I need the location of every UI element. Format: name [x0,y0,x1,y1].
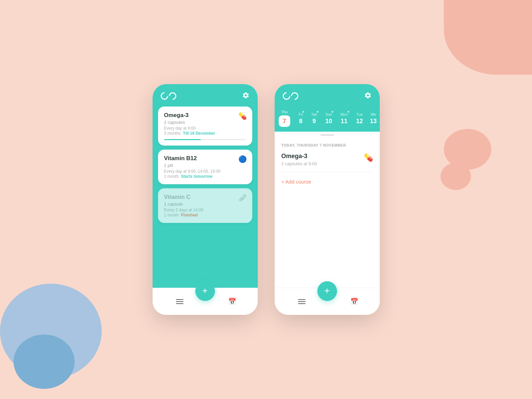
phone2-body: TODAY, THURSDAY 7 NOVEMBER Omega-3 2 cap… [275,132,380,288]
phone1-header [153,84,258,107]
cal-day-sun[interactable]: Sun 10 [322,112,335,125]
omega3-duration-detail: Till 19 December [183,131,215,136]
phone1-add-button[interactable]: + [195,281,215,301]
vitaminb12-duration-detail: Starts tomorrow [181,174,213,179]
scroll-bar [320,134,334,136]
cal-day-thu[interactable]: Thu 7 [276,110,293,127]
omega3-name: Omega-3 [164,112,246,119]
vitaminc-name: Vitamin C [164,194,246,201]
cal-day-fri-name: Fri [299,112,303,116]
phone1-bottom-nav: + 📅 [153,288,258,315]
today-med-detail: 2 capsules at 9:00 [281,161,317,166]
logo2-c-shape [281,91,292,101]
background-blob-bottom-left [0,284,102,379]
cal-dot-fri [302,111,304,113]
cal-day-sat-name: Sat [311,112,317,116]
plus-icon: + [202,286,208,296]
cal-day-wed-num: 13 [370,118,377,125]
vitaminb12-name: Vitamin B12 [164,155,246,162]
medication-card-vitaminb12[interactable]: 🔵 Vitamin B12 1 pill Every day at 9:00, … [158,150,252,184]
background-blob-top-right [444,0,532,75]
background-blob-bottom-left-2 [14,335,75,389]
phones-container: 💊 Omega-3 2 capsules Every day at 9:00 3… [153,84,380,315]
vitaminb12-schedule: Every day at 9:00, 14:00, 18:00 [164,169,246,174]
hamburger2-line1 [298,299,306,300]
phone-2: Thu 7 Fri 8 Sat 9 Sun 10 Mon 11 [275,84,380,315]
today-section: TODAY, THURSDAY 7 NOVEMBER Omega-3 2 cap… [275,138,380,288]
medication-card-vitaminc[interactable]: 🩹 Vitamin C 1 capsule Every 2 days at 14… [158,188,252,223]
background-blob-right-small [440,163,471,190]
phone1-logo [161,92,176,100]
logo-d-shape [167,91,178,101]
phone-1: 💊 Omega-3 2 capsules Every day at 9:00 3… [153,84,258,315]
cal-dot-sun [332,111,333,113]
hamburger-line3 [176,303,183,304]
cal-day-tue-num: 12 [356,118,363,125]
cal-day-fri[interactable]: Fri 8 [296,112,306,125]
cal-day-sat-num: 9 [312,118,316,125]
today-date-label: TODAY, THURSDAY 7 NOVEMBER [281,143,373,147]
phone2-logo [283,92,298,100]
phone2-add-button[interactable]: + [317,281,337,301]
calendar-strip: Thu 7 Fri 8 Sat 9 Sun 10 Mon 11 [275,107,380,132]
cal-day-thu-name: Thu [281,110,288,114]
cal-day-tue[interactable]: Tue 12 [353,112,366,125]
phone2-menu-button[interactable] [296,297,308,306]
vitaminc-icon: 🩹 [238,194,247,202]
omega3-schedule: Every day at 9:00 [164,126,246,131]
logo-c-shape [159,91,170,101]
phone1-calendar-button[interactable]: 📅 [228,298,236,305]
settings-icon[interactable] [242,92,250,100]
plus2-icon: + [324,286,330,296]
cal-day-thu-num: 7 [279,115,290,127]
phone2-bottom-nav: + 📅 [275,288,380,315]
omega3-duration: 3 months Till 19 December [164,131,246,136]
today-medication-item[interactable]: Omega-3 2 capsules at 9:00 💊 [281,153,373,172]
add-course-button[interactable]: + Add course [281,179,373,185]
cal-dot-sat [317,111,318,113]
vitaminb12-duration: 1 month Starts tomorrow [164,174,246,179]
cal-day-wed-name: We [371,112,376,116]
cal-day-sat[interactable]: Sat 9 [309,112,320,125]
today-med-icon: 💊 [364,153,373,162]
cal-day-mon-name: Mon [340,112,348,116]
vitaminc-schedule: Every 2 days at 14:00 [164,208,246,212]
cal-dot-mon [348,111,349,113]
vitaminc-duration: 1 month Finished [164,213,246,217]
phone2-calendar-button[interactable]: 📅 [350,298,358,305]
hamburger-line1 [176,299,183,300]
cal-day-fri-num: 8 [299,118,302,125]
medication-card-omega3[interactable]: 💊 Omega-3 2 capsules Every day at 9:00 3… [158,107,252,146]
phone2-settings-icon[interactable] [364,92,372,100]
today-med-name: Omega-3 [281,153,317,160]
omega3-dosage: 2 capsules [164,120,246,125]
vitaminb12-dosage: 1 pill [164,163,246,168]
vitaminb12-icon: 🔵 [238,155,247,163]
phone2-header [275,84,380,107]
cal-day-wed[interactable]: We 13 [369,112,378,125]
cal-day-mon[interactable]: Mon 11 [338,112,350,125]
phone1-menu-button[interactable] [174,297,185,306]
omega3-progress-fill [164,139,201,140]
hamburger2-line2 [298,301,306,302]
vitaminc-dosage: 1 capsule [164,202,246,207]
scroll-indicator [275,132,380,138]
background-blob-right-mid [444,129,491,170]
omega3-progress-bar [164,139,246,140]
hamburger-line2 [176,301,183,302]
vitaminc-duration-detail: Finished [181,213,198,217]
phone1-body: 💊 Omega-3 2 capsules Every day at 9:00 3… [153,107,258,288]
cal-day-sun-name: Sun [326,112,332,116]
cal-day-sun-num: 10 [325,118,332,125]
today-med-info: Omega-3 2 capsules at 9:00 [281,153,317,166]
cal-day-tue-name: Tue [356,112,363,116]
cal-day-mon-num: 11 [341,118,348,125]
hamburger2-line3 [298,303,306,304]
logo2-d-shape [289,91,300,101]
omega3-icon: 💊 [238,112,247,120]
